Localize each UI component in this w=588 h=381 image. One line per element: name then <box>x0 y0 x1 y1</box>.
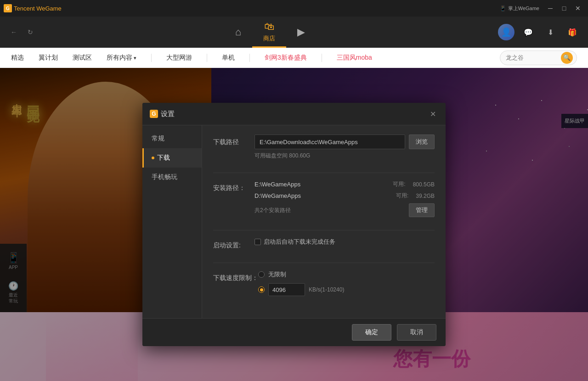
startup-checkbox-row: 启动后自动下载未完成任务 <box>254 238 435 246</box>
install-path-avail-label-0: 可用: <box>393 180 405 188</box>
dialog-nav-mobile[interactable]: 手机畅玩 <box>142 168 202 187</box>
store-icon: 🛍 <box>264 21 274 33</box>
sep4 <box>322 54 322 62</box>
download-path-control: 浏览 可用磁盘空间 800.60G <box>254 134 435 160</box>
menu-search: 🔍 <box>500 50 577 65</box>
disk-space-text: 可用磁盘空间 800.60G <box>254 152 435 160</box>
section-speed-limit: 下载速度限制： 无限制 <box>213 270 435 296</box>
logo-icon: G <box>4 4 12 12</box>
search-button[interactable]: 🔍 <box>561 52 573 64</box>
menu-single[interactable]: 单机 <box>222 52 235 64</box>
tab-home[interactable]: ⌂ <box>224 17 252 48</box>
close-button[interactable]: ✕ <box>571 2 584 15</box>
dialog-nav-general[interactable]: 常规 <box>142 129 202 148</box>
minimize-button[interactable]: ─ <box>544 2 557 15</box>
search-input[interactable] <box>506 54 561 61</box>
dialog-title: G 设置 <box>150 110 427 118</box>
path-input-row: 浏览 <box>254 134 435 149</box>
active-dot <box>152 157 154 159</box>
menu-sword[interactable]: 剑网3新春盛典 <box>265 52 307 64</box>
phone-wegame-btn[interactable]: 📱 掌上WeGame <box>496 2 543 15</box>
install-path-name-1: D:\WeGameApps <box>254 192 389 199</box>
nav-tabs: ⌂ 🛍 商店 ▶ <box>42 17 498 48</box>
chat-icon[interactable]: 💬 <box>520 24 537 40</box>
speed-limit-row: 下载速度限制： 无限制 <box>213 270 435 296</box>
menu-featured-label[interactable]: 精选 <box>11 52 24 64</box>
section-startup: 启动设置: 启动后自动下载未完成任务 <box>213 238 435 250</box>
confirm-button[interactable]: 确定 <box>352 324 391 341</box>
video-icon: ▶ <box>297 26 305 38</box>
install-path-avail-1: 39.2GB <box>416 193 435 199</box>
install-path-item-0: E:\WeGameApps 可用: 800.5GB <box>254 180 435 188</box>
nav-back-fwd: ← ↻ <box>7 26 37 39</box>
startup-control: 启动后自动下载未完成任务 <box>254 238 435 246</box>
section-download-path: 下载路径 浏览 可用磁盘空间 800.60G <box>213 134 435 160</box>
install-path-label: 安装路径： <box>213 180 254 192</box>
startup-checkbox-label: 启动后自动下载未完成任务 <box>264 238 335 246</box>
install-path-item-1: D:\WeGameApps 可用: 39.2GB <box>254 192 435 200</box>
avatar-icon[interactable]: 👤 <box>498 24 514 40</box>
menu-bar: 常规 精选 翼计划 测试区 所有内容 大型网游 单机 剑网3新春盛典 三国风mo… <box>0 48 588 68</box>
browse-button[interactable]: 浏览 <box>409 134 435 149</box>
app-title: Tencent WeGame <box>14 5 62 12</box>
startup-row: 启动设置: 启动后自动下载未完成任务 <box>213 238 435 250</box>
startup-label: 启动设置: <box>213 238 254 250</box>
dialog-title-text: 设置 <box>161 110 175 118</box>
divider1 <box>213 173 435 173</box>
divider3 <box>213 263 435 263</box>
home-icon: ⌂ <box>235 26 241 38</box>
menu-beta[interactable]: 测试区 <box>73 52 92 64</box>
speed-input[interactable] <box>268 283 305 296</box>
refresh-button[interactable]: ↻ <box>24 26 37 39</box>
startup-checkbox-wrapper[interactable]: 启动后自动下载未完成任务 <box>254 238 335 246</box>
download-icon[interactable]: ⬇ <box>542 24 559 40</box>
dialog-nav-general-label: 常规 <box>152 134 164 143</box>
main-content: 三国觉大周年 📱 APP 🕐 最近常玩 您有一份 星际战甲 G <box>0 68 588 381</box>
titlebar-left: G Tencent WeGame <box>4 4 62 12</box>
cancel-button[interactable]: 取消 <box>397 324 436 341</box>
app-logo: G Tencent WeGame <box>4 4 62 12</box>
speed-input-row: KB/s(1-10240) <box>258 283 344 296</box>
section-install-path: 安装路径： E:\WeGameApps 可用: 800.5GB <box>213 180 435 217</box>
radio-unlimited-label: 无限制 <box>268 270 286 279</box>
radio-unlimited[interactable]: 无限制 <box>258 270 286 279</box>
dialog-header: G 设置 ✕ <box>142 103 446 125</box>
manage-button[interactable]: 管理 <box>409 203 435 217</box>
sep1 <box>151 54 152 62</box>
install-count-text: 共2个安装路径 <box>254 207 291 214</box>
gift-icon[interactable]: 🎁 <box>564 24 581 40</box>
tab-store[interactable]: 🛍 商店 <box>252 17 286 48</box>
dialog-nav-download[interactable]: 下载 <box>142 148 202 168</box>
maximize-button[interactable]: □ <box>558 2 571 15</box>
sep3 <box>249 54 250 62</box>
nav-right-icons: 👤 💬 ⬇ 🎁 <box>498 24 581 40</box>
divider2 <box>213 230 435 230</box>
titlebar-right: 📱 掌上WeGame ─ □ ✕ <box>496 2 584 15</box>
menu-wing[interactable]: 翼计划 <box>39 52 58 64</box>
install-path-control: E:\WeGameApps 可用: 800.5GB D:\WeGameApps … <box>254 180 435 217</box>
menu-mmorpg[interactable]: 大型网游 <box>166 52 192 64</box>
radio-custom-circle <box>258 286 265 293</box>
tab-video[interactable]: ▶ <box>286 17 316 48</box>
dialog-body: 常规 下载 手机畅玩 下载路径 <box>142 125 446 318</box>
download-path-row: 下载路径 浏览 可用磁盘空间 800.60G <box>213 134 435 160</box>
sep2 <box>207 54 207 62</box>
back-button[interactable]: ← <box>7 26 20 39</box>
speed-limit-options: 无限制 KB/s(1-10240) <box>258 270 435 296</box>
dialog-logo: G <box>150 110 158 118</box>
dialog-nav-mobile-label: 手机畅玩 <box>152 173 177 181</box>
install-path-name-0: E:\WeGameApps <box>254 181 385 188</box>
speed-unit: KB/s(1-10240) <box>309 286 344 293</box>
install-path-avail-0: 800.5GB <box>413 181 435 188</box>
dialog-close-button[interactable]: ✕ <box>427 108 438 119</box>
menu-all-content[interactable]: 所有内容 <box>107 52 136 64</box>
download-path-input[interactable] <box>254 134 405 149</box>
dialog-content: 下载路径 浏览 可用磁盘空间 800.60G <box>202 125 446 318</box>
install-path-row: 安装路径： E:\WeGameApps 可用: 800.5GB <box>213 180 435 217</box>
startup-checkbox[interactable] <box>254 239 261 245</box>
menu-moba[interactable]: 三国风moba <box>337 52 372 64</box>
search-box: 🔍 <box>500 50 577 65</box>
settings-dialog: G 设置 ✕ 常规 下载 手机畅玩 <box>142 103 446 346</box>
dialog-nav-download-label: 下载 <box>157 154 170 162</box>
title-bar: G Tencent WeGame 📱 掌上WeGame ─ □ ✕ <box>0 0 588 17</box>
